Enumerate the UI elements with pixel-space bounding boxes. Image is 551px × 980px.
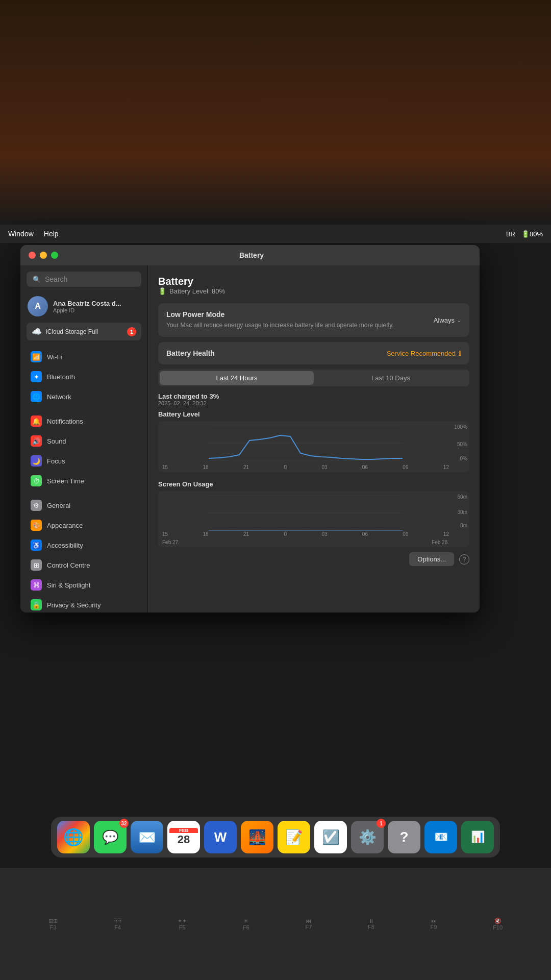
x-label: 18 — [203, 531, 208, 537]
sidebar-item-network[interactable]: 🌐 Network — [23, 387, 144, 406]
x-label: 15 — [162, 464, 168, 470]
x-label: 03 — [321, 531, 327, 537]
menu-bar-right: BR 🔋80% — [506, 230, 543, 238]
sidebar-item-notifications[interactable]: 🔔 Notifications — [23, 411, 144, 431]
key-f9: ⏭ F9 — [431, 918, 437, 930]
screentime-icon: ⏱ — [31, 475, 42, 486]
dock-help[interactable]: ? — [388, 821, 420, 853]
sidebar-section-alerts: 🔔 Notifications 🔊 Sound 🌙 Focus ⏱ Screen… — [20, 409, 147, 493]
battery-header: Battery 🔋 Battery Level: 80% — [158, 276, 469, 295]
sidebar-item-label: Siri & Spotlight — [47, 581, 90, 589]
options-button[interactable]: Options... — [409, 552, 454, 566]
time-range-tabs: Last 24 Hours Last 10 Days — [158, 370, 469, 386]
dock: 🌐 💬 32 ✉️ FEB 28 W 🌉 📝 ☑️ ⚙️ 1 ? 📧 📊 — [51, 817, 500, 857]
siri-icon: ⌘ — [31, 579, 42, 591]
key-f6: ☀ F6 — [243, 918, 249, 930]
icloud-icon: ☁️ — [32, 327, 42, 336]
dock-excel[interactable]: 📊 — [461, 821, 494, 853]
search-input[interactable] — [45, 275, 135, 283]
dock-outlook[interactable]: 📧 — [424, 821, 457, 853]
tab-24hours[interactable]: Last 24 Hours — [160, 371, 314, 385]
dock-calendar[interactable]: FEB 28 — [167, 821, 200, 853]
x-label: 06 — [362, 531, 368, 537]
charged-text: Last charged to 3% — [158, 393, 469, 400]
search-box[interactable]: 🔍 — [27, 272, 141, 287]
sidebar-item-controlcentre[interactable]: ⊞ Control Centre — [23, 555, 144, 575]
window-body: 🔍 A Ana Beatriz Costa d... Apple ID ☁️ i… — [20, 265, 480, 612]
charge-info: Last charged to 3% 2025. 02. 24. 20:32 — [158, 393, 469, 406]
battery-title-group: Battery 🔋 Battery Level: 80% — [158, 276, 225, 295]
date-label-feb28: Feb 28. — [432, 540, 449, 545]
icloud-label: iCloud Storage Full — [46, 328, 123, 335]
key-f4: ⠿⠿ F4 — [114, 918, 122, 930]
key-f5: ✦✦ F5 — [178, 918, 187, 930]
user-name: Ana Beatriz Costa d... — [53, 300, 121, 307]
x-labels-screen: 15 18 21 0 03 06 09 12 — [162, 530, 449, 537]
sidebar-item-screentime[interactable]: ⏱ Screen Time — [23, 471, 144, 491]
icloud-notice[interactable]: ☁️ iCloud Storage Full 1 — [27, 323, 141, 340]
menu-window[interactable]: Window — [8, 230, 34, 238]
x-label: 12 — [443, 531, 449, 537]
sidebar-item-siri[interactable]: ⌘ Siri & Spotlight — [23, 575, 144, 595]
options-row: Options... ? — [158, 552, 469, 566]
y-label-60m: 60m — [458, 494, 467, 500]
low-power-value-text: Always — [434, 316, 455, 324]
sidebar-item-sound[interactable]: 🔊 Sound — [23, 431, 144, 451]
sidebar-item-bluetooth[interactable]: ✦ Bluetooth — [23, 367, 144, 386]
x-label: 0 — [284, 531, 287, 537]
battery-level-chart: 100% 50% 0% — [158, 421, 469, 472]
x-labels-battery: 15 18 21 0 03 06 09 12 — [162, 463, 449, 470]
menu-bar-locale: BR — [506, 230, 515, 238]
menu-help[interactable]: Help — [44, 230, 59, 238]
dock-notes[interactable]: 📝 — [278, 821, 310, 853]
sound-icon: 🔊 — [31, 435, 42, 447]
sidebar-item-privacy[interactable]: 🔒 Privacy & Security — [23, 595, 144, 612]
dock-chrome[interactable]: 🌐 — [57, 821, 90, 853]
dock-reminders[interactable]: ☑️ — [314, 821, 347, 853]
help-icon[interactable]: ? — [459, 554, 469, 565]
low-power-mode-card: Low Power Mode Your Mac will reduce ener… — [158, 303, 469, 337]
key-f10: 🔇 F10 — [493, 918, 503, 930]
sidebar-item-appearance[interactable]: 🎨 Appearance — [23, 516, 144, 535]
wifi-icon: 📶 — [31, 351, 42, 362]
low-power-value[interactable]: Always ⌄ — [434, 316, 461, 324]
sidebar-item-accessibility[interactable]: ♿ Accessibility — [23, 535, 144, 555]
date-label-feb27: Feb 27. — [162, 540, 180, 545]
x-label: 03 — [321, 464, 327, 470]
x-label: 09 — [403, 531, 408, 537]
key-f8: ⏸ F8 — [368, 918, 374, 930]
low-power-desc: Your Mac will reduce energy usage to inc… — [166, 321, 394, 330]
tab-10days[interactable]: Last 10 Days — [314, 371, 468, 385]
general-icon: ⚙ — [31, 500, 42, 511]
dock-word[interactable]: W — [204, 821, 237, 853]
sidebar-item-label: Notifications — [47, 418, 83, 425]
sidebar-item-general[interactable]: ⚙ General — [23, 496, 144, 515]
battery-title: Battery — [158, 276, 225, 287]
x-label: 15 — [162, 531, 168, 537]
health-info-icon[interactable]: ℹ — [459, 350, 461, 357]
screen-chart-label: Screen On Usage — [158, 480, 469, 488]
sidebar-item-focus[interactable]: 🌙 Focus — [23, 451, 144, 471]
chevron-down-icon: ⌄ — [457, 317, 461, 324]
battery-chart-label: Battery Level — [158, 410, 469, 418]
low-power-info: Low Power Mode Your Mac will reduce ener… — [166, 310, 394, 330]
user-info: Ana Beatriz Costa d... Apple ID — [53, 300, 121, 313]
x-label: 18 — [203, 464, 208, 470]
sidebar-item-wifi[interactable]: 📶 Wi-Fi — [23, 347, 144, 366]
dock-messages[interactable]: 💬 32 — [94, 821, 127, 853]
x-label: 09 — [403, 464, 408, 470]
sidebar-section-system: ⚙ General 🎨 Appearance ♿ Accessibility ⊞… — [20, 493, 147, 612]
dock-mail[interactable]: ✉️ — [131, 821, 163, 853]
sidebar-item-label: Privacy & Security — [47, 601, 101, 609]
dock-sysprefs[interactable]: ⚙️ 1 — [351, 821, 384, 853]
screen-usage-chart: 60m 30m 0m — [158, 491, 469, 547]
avatar: A — [28, 296, 48, 316]
sidebar-item-label: Focus — [47, 457, 65, 465]
sidebar-section-connectivity: 📶 Wi-Fi ✦ Bluetooth 🌐 Network — [20, 345, 147, 409]
dock-goldengate[interactable]: 🌉 — [241, 821, 273, 853]
health-label: Battery Health — [166, 349, 215, 357]
battery-level-svg — [162, 425, 449, 461]
calendar-month: FEB — [169, 828, 198, 833]
user-profile[interactable]: A Ana Beatriz Costa d... Apple ID — [20, 291, 147, 321]
privacy-icon: 🔒 — [31, 599, 42, 610]
